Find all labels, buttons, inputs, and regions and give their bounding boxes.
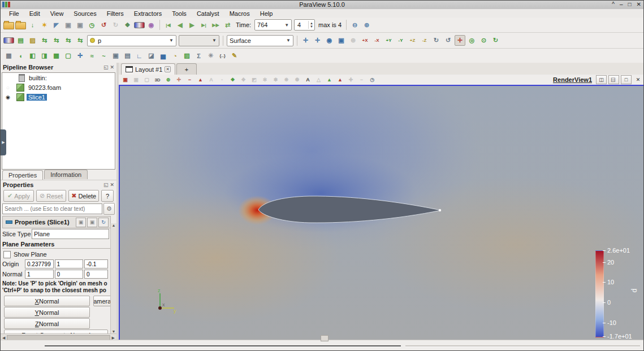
warp-by-vector-icon[interactable]: ~ [98,50,109,61]
render-view-title[interactable]: RenderView1 [553,76,592,83]
set-view-plus-x-icon[interactable]: +X [360,35,370,46]
zoom-to-box-icon[interactable]: ▣ [336,35,347,46]
loop-icon[interactable]: ⇄ [222,20,233,31]
slice-icon[interactable]: ◨ [39,50,50,61]
save-state-box-icon[interactable]: ▣ [75,20,85,31]
copy-properties-icon[interactable]: ▣ [76,218,86,227]
menu-filters[interactable]: Filters [102,10,129,17]
interactive-select-points-icon[interactable]: ✽ [271,75,280,85]
separate-colormap-icon[interactable]: ▨ [27,35,38,46]
plot-over-time-icon[interactable]: ◔ [170,50,180,61]
time-value-combo[interactable]: 764▼ [254,19,292,31]
properties-section-header[interactable]: Properties (Slice1) ▣ ▣ ↻ [2,216,111,228]
interactive-select-cells-icon[interactable]: ✻ [260,75,270,85]
render-view-canvas[interactable]: 2.6e+0120100-10-1.7e+01 p z y x [119,85,644,341]
play-icon[interactable]: ▶ [187,20,197,31]
reset-camera-icon[interactable]: ✛ [300,35,311,46]
glyph-icon[interactable]: ✢ [75,50,85,61]
next-frame-icon[interactable]: ▶| [198,20,209,31]
palette-icon[interactable]: ◉ [146,20,157,31]
add-selection-icon[interactable]: ✚ [346,75,356,85]
select-points-polygon-icon[interactable]: ✥ [239,75,248,85]
set-view-minus-y-icon[interactable]: -Y [395,35,406,46]
menu-file[interactable]: File [4,10,24,17]
python-calculator-icon[interactable]: Σ [193,50,204,61]
close-window-icon[interactable]: ✕ [637,1,641,7]
tab-layout-1[interactable]: Layout #1 ✕ [121,63,175,75]
set-view-minus-x-icon[interactable]: -X [371,35,382,46]
menu-edit[interactable]: Edit [24,10,45,17]
close-properties-icon[interactable]: ✕ [110,182,114,188]
normal-x-field[interactable] [25,270,54,279]
origin-x-field[interactable] [25,259,54,268]
save-data-icon[interactable]: ↓ [27,20,38,31]
close-pipeline-icon[interactable]: ✕ [110,64,114,70]
collapsed-panel-handle[interactable]: ▶ [1,129,6,155]
search-input[interactable] [2,203,102,214]
select-block-icon[interactable]: ◩ [249,75,259,85]
histogram-icon[interactable]: ▅ [158,50,168,61]
pipeline-item-90223foam[interactable]: ◌90223.foam [2,83,115,92]
grow-selection-icon[interactable]: △ [314,75,323,85]
visibility-eye-icon[interactable]: ◌ [4,85,12,90]
select-text-icon[interactable]: A [303,75,313,85]
zoom-out-camera-icon[interactable]: ⊖ [349,20,360,31]
properties-vertical-scrollbar[interactable]: ▲▼ [110,223,116,333]
close-layout-tab-icon[interactable]: ✕ [165,66,171,72]
reset-center-icon[interactable]: ↻ [490,35,501,46]
frame-spinbox[interactable]: 4 ▲▼ [294,19,315,31]
disconnect-icon[interactable]: ◤ [51,20,62,31]
normal-z-field[interactable] [84,270,108,279]
previous-frame-icon[interactable]: ◀ [175,20,185,31]
normal-y-field[interactable] [55,270,84,279]
zoom-box-icon[interactable]: ⊕ [163,75,173,85]
hover-cells-icon[interactable]: ❋ [282,75,291,85]
maximize-icon[interactable]: □ [628,1,632,7]
edit-color-map-icon[interactable]: ▤ [15,35,26,46]
menu-macros[interactable]: Macros [224,10,255,17]
load-state-box-icon[interactable]: ▣ [63,20,74,31]
visibility-eye-icon[interactable]: ◉ [4,94,12,100]
undock-properties-icon[interactable]: ◱ [103,182,109,188]
component-combo[interactable]: ▼ [179,35,219,46]
maximize-view-icon[interactable]: □ [621,75,632,84]
extract-block-icon[interactable]: ▤ [122,50,133,61]
tab-properties[interactable]: Properties [2,170,43,180]
extract-selection-icon[interactable]: ▨ [181,50,192,61]
find-data-colormap-icon[interactable] [134,22,145,28]
color-legend[interactable]: 2.6e+0120100-10-1.7e+01 [595,250,638,337]
favorites-icon[interactable]: ❖ [122,20,133,31]
menu-sources[interactable]: Sources [68,10,101,17]
toggle-2d3d-icon[interactable]: 3D [153,75,162,85]
group-datasets-icon[interactable]: ▣ [110,50,121,61]
menu-catalyst[interactable]: Catalyst [192,10,224,17]
query-points-icon[interactable]: ▲ [335,75,345,85]
paste-properties-icon[interactable]: ▣ [87,218,97,227]
apply-button[interactable]: ✔ Apply [3,190,34,202]
load-state-icon[interactable] [15,22,26,29]
center-marker-icon[interactable]: ✛ [174,75,184,85]
representation-combo[interactable]: Surface▼ [227,35,293,46]
temporal-interpolator-icon[interactable]: ✳ [205,50,216,61]
extract-subset-icon[interactable]: ▢ [63,50,74,61]
open-file-icon[interactable] [3,22,14,29]
pencil-icon[interactable]: ✎ [229,50,240,61]
magnifier-box-icon[interactable]: ⊕ [348,35,358,46]
remove-marker-icon[interactable]: − [185,75,195,85]
restore-down-icon[interactable]: ^ [612,1,615,7]
undo-icon[interactable]: ↺ [98,20,109,31]
undock-pipeline-icon[interactable]: ◱ [103,64,109,70]
set-view-plus-y-icon[interactable]: +Y [383,35,394,46]
ruler-tool-icon[interactable]: ▲ [196,75,205,85]
menu-extractors[interactable]: Extractors [129,10,167,17]
show-plane-checkbox[interactable] [3,251,11,258]
split-horizontal-icon[interactable]: ◫ [596,75,607,84]
zoom-closest-icon[interactable]: ◉ [324,35,335,46]
rotate-90-cw-icon[interactable]: ↻ [431,35,442,46]
query-cells-icon[interactable]: ▲ [325,75,334,85]
set-view-minus-z-icon[interactable]: -Z [419,35,430,46]
select-points-rect-icon[interactable]: ▫ [217,75,227,85]
set-view-plus-z-icon[interactable]: +Z [407,35,418,46]
threshold-icon[interactable]: ▩ [51,50,62,61]
menu-help[interactable]: Help [255,10,278,17]
